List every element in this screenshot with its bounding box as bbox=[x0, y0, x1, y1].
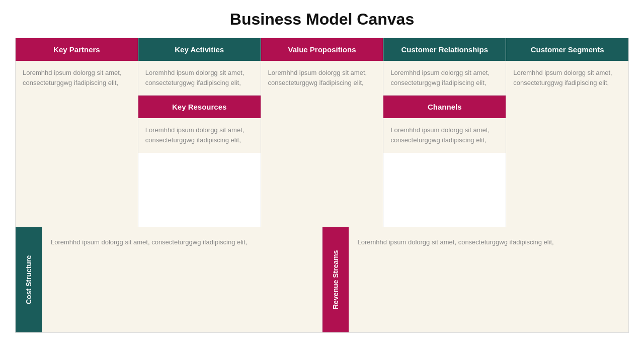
value-propositions-col: Value Propositions Loremhhd ipsum dolorg… bbox=[261, 38, 384, 227]
key-resources-body: Loremhhd ipsum dolorgg sit amet, consect… bbox=[138, 118, 261, 152]
customer-segments-header: Customer Segments bbox=[506, 38, 628, 61]
key-partners-col: Key Partners Loremhhd ipsum dolorgg sit … bbox=[16, 38, 138, 227]
customer-segments-col: Customer Segments Loremhhd ipsum dolorgg… bbox=[506, 38, 628, 227]
revenue-streams-col: Revenue Streams Loremhhd ipsum dolorgg s… bbox=[323, 227, 629, 332]
cost-structure-col: Cost Structure Loremhhd ipsum dolorgg si… bbox=[16, 227, 323, 332]
page: Business Model Canvas Key Partners Lorem… bbox=[0, 0, 644, 362]
channels-block: Channels Loremhhd ipsum dolorgg sit amet… bbox=[383, 95, 506, 152]
value-propositions-header: Value Propositions bbox=[261, 38, 383, 61]
key-resources-header: Key Resources bbox=[138, 96, 261, 118]
key-partners-header: Key Partners bbox=[16, 38, 138, 61]
key-partners-body: Loremhhd ipsum dolorgg sit amet, consect… bbox=[16, 61, 138, 227]
customer-relationships-col: Customer Relationships Loremhhd ipsum do… bbox=[383, 38, 506, 227]
key-activities-header: Key Activities bbox=[138, 38, 261, 61]
revenue-streams-header: Revenue Streams bbox=[323, 227, 349, 332]
bottom-section: Cost Structure Loremhhd ipsum dolorgg si… bbox=[15, 227, 629, 333]
customer-segments-body: Loremhhd ipsum dolorgg sit amet, consect… bbox=[506, 61, 628, 227]
customer-relationships-body: Loremhhd ipsum dolorgg sit amet, consect… bbox=[383, 61, 506, 95]
channels-header: Channels bbox=[383, 96, 506, 118]
key-activities-top: Key Activities Loremhhd ipsum dolorgg si… bbox=[138, 38, 261, 95]
customer-relationships-header: Customer Relationships bbox=[383, 38, 506, 61]
top-section: Key Partners Loremhhd ipsum dolorgg sit … bbox=[15, 38, 629, 227]
value-propositions-body: Loremhhd ipsum dolorgg sit amet, consect… bbox=[261, 61, 383, 227]
channels-body: Loremhhd ipsum dolorgg sit amet, consect… bbox=[383, 118, 506, 152]
key-activities-col: Key Activities Loremhhd ipsum dolorgg si… bbox=[138, 38, 261, 227]
customer-relationships-top: Customer Relationships Loremhhd ipsum do… bbox=[383, 38, 506, 95]
cost-structure-body: Loremhhd ipsum dolorgg sit amet, consect… bbox=[42, 227, 322, 332]
page-title: Business Model Canvas bbox=[15, 10, 629, 29]
canvas-grid: Key Partners Loremhhd ipsum dolorgg sit … bbox=[15, 38, 629, 333]
key-activities-body: Loremhhd ipsum dolorgg sit amet, consect… bbox=[138, 61, 261, 95]
revenue-streams-body: Loremhhd ipsum dolorgg sit amet, consect… bbox=[349, 227, 629, 332]
cost-structure-header: Cost Structure bbox=[16, 227, 42, 332]
key-resources-block: Key Resources Loremhhd ipsum dolorgg sit… bbox=[138, 95, 261, 152]
